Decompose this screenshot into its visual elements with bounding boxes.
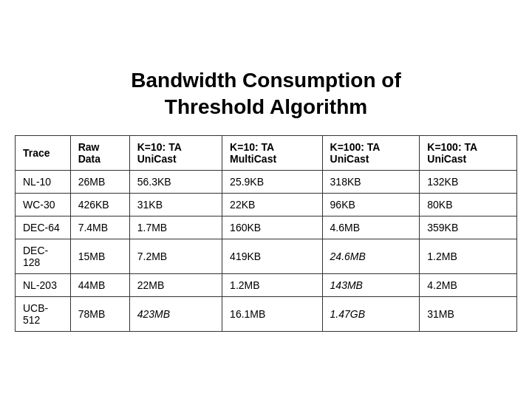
cell-k10_ta_multicast: 419KB [222,239,322,274]
header-k100-ta-unicast2: K=100: TA UniCast [420,136,517,171]
cell-k10_ta_multicast: 1.2MB [222,274,322,297]
cell-trace: UCB-512 [16,297,71,332]
bandwidth-table: Trace Raw Data K=10: TA UniCast K=10: TA… [15,135,517,332]
header-k10-ta-unicast: K=10: TA UniCast [129,136,222,171]
cell-k10_ta_unicast: 31KB [129,194,222,216]
cell-k100_ta_unicast: 96KB [322,194,420,216]
table-row: NL-20344MB22MB1.2MB143MB4.2MB [16,274,517,297]
cell-raw_data: 7.4MB [70,216,129,239]
cell-trace: WC-30 [16,194,71,216]
cell-k10_ta_multicast: 16.1MB [222,297,322,332]
cell-raw_data: 15MB [70,239,129,274]
cell-k10_ta_multicast: 22KB [222,194,322,216]
table-header-row: Trace Raw Data K=10: TA UniCast K=10: TA… [16,136,517,171]
cell-raw_data: 78MB [70,297,129,332]
table-row: NL-1026MB56.3KB25.9KB318KB132KB [16,171,517,194]
cell-trace: DEC-64 [16,216,71,239]
cell-trace: DEC-128 [16,239,71,274]
cell-k100_ta_unicast2: 31MB [420,297,517,332]
cell-k100_ta_unicast2: 1.2MB [420,239,517,274]
cell-k10_ta_unicast: 22MB [129,274,222,297]
cell-k10_ta_unicast: 1.7MB [129,216,222,239]
cell-k100_ta_unicast: 318KB [322,171,420,194]
table-row: UCB-51278MB423MB16.1MB1.47GB31MB [16,297,517,332]
header-k10-ta-multicast: K=10: TA MultiCast [222,136,322,171]
cell-k10_ta_unicast: 56.3KB [129,171,222,194]
cell-trace: NL-10 [16,171,71,194]
cell-raw_data: 44MB [70,274,129,297]
header-k100-ta-unicast1: K=100: TA UniCast [322,136,420,171]
cell-k100_ta_unicast: 1.47GB [322,297,420,332]
cell-trace: NL-203 [16,274,71,297]
cell-k10_ta_unicast: 7.2MB [129,239,222,274]
cell-k100_ta_unicast2: 132KB [420,171,517,194]
cell-k100_ta_unicast: 143MB [322,274,420,297]
cell-raw_data: 26MB [70,171,129,194]
cell-k10_ta_multicast: 25.9KB [222,171,322,194]
header-trace: Trace [16,136,71,171]
cell-k100_ta_unicast: 24.6MB [322,239,420,274]
cell-k10_ta_unicast: 423MB [129,297,222,332]
cell-k100_ta_unicast2: 4.2MB [420,274,517,297]
cell-raw_data: 426KB [70,194,129,216]
table-row: WC-30426KB31KB22KB96KB80KB [16,194,517,216]
table-row: DEC-647.4MB1.7MB160KB4.6MB359KB [16,216,517,239]
cell-k100_ta_unicast2: 359KB [420,216,517,239]
cell-k100_ta_unicast2: 80KB [420,194,517,216]
cell-k100_ta_unicast: 4.6MB [322,216,420,239]
header-raw-data: Raw Data [70,136,129,171]
page-title: Bandwidth Consumption of Threshold Algor… [131,67,401,121]
cell-k10_ta_multicast: 160KB [222,216,322,239]
table-row: DEC-12815MB7.2MB419KB24.6MB1.2MB [16,239,517,274]
